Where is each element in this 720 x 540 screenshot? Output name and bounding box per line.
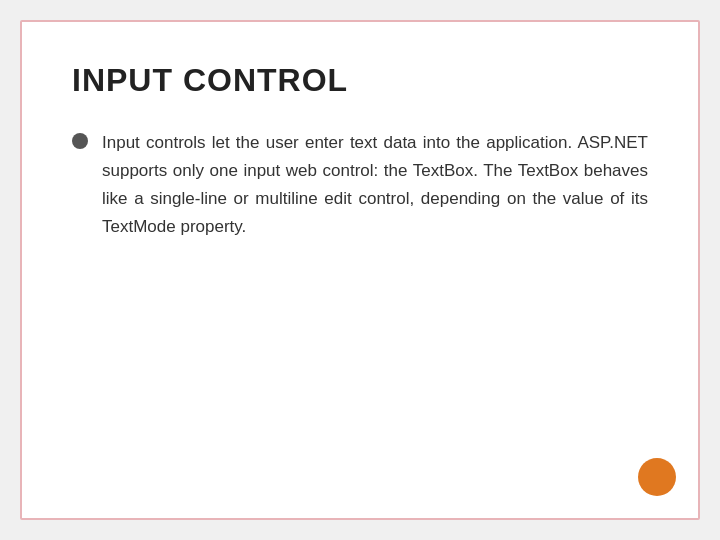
slide-container: INPUT CONTROL Input controls let the use… <box>20 20 700 520</box>
bullet-icon <box>72 133 88 149</box>
content-area: Input controls let the user enter text d… <box>72 129 648 241</box>
slide-title: INPUT CONTROL <box>72 62 648 99</box>
bullet-text: Input controls let the user enter text d… <box>102 129 648 241</box>
orange-circle-decoration <box>638 458 676 496</box>
